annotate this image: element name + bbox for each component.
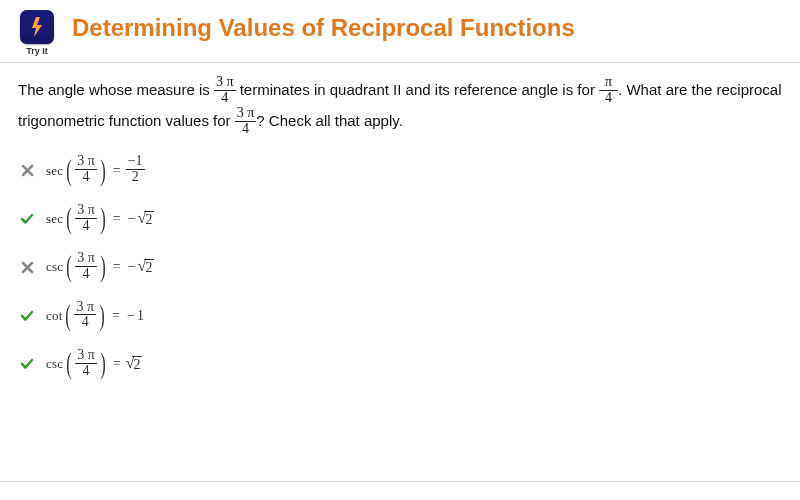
sqrt: √2 bbox=[138, 210, 155, 228]
tryit-icon bbox=[20, 10, 54, 44]
header: Try It Determining Values of Reciprocal … bbox=[0, 0, 800, 63]
fraction: 3 π4 bbox=[75, 348, 97, 378]
equals-sign: = bbox=[112, 308, 120, 324]
rhs: √2 bbox=[126, 355, 143, 373]
result-mark bbox=[18, 164, 36, 177]
q-text: trigonometric function values for bbox=[18, 112, 235, 129]
q-text: The angle whose measure is bbox=[18, 81, 214, 98]
function-name: sec bbox=[46, 211, 63, 227]
q-text: ? Check all that apply. bbox=[256, 112, 402, 129]
fraction: 3 π4 bbox=[235, 106, 257, 136]
equation: sec(3 π4)=−√2 bbox=[46, 204, 154, 234]
answer-option[interactable]: sec(3 π4)=−√2 bbox=[18, 204, 782, 234]
rhs: −12 bbox=[126, 155, 145, 185]
equation: csc(3 π4)=√2 bbox=[46, 349, 142, 379]
equation: sec(3 π4)=−12 bbox=[46, 155, 145, 185]
check-icon bbox=[20, 309, 34, 323]
rhs: −√2 bbox=[126, 210, 155, 228]
sqrt: √2 bbox=[138, 258, 155, 276]
tryit-block: Try It bbox=[20, 10, 54, 56]
check-icon bbox=[20, 357, 34, 371]
answer-option[interactable]: csc(3 π4)=√2 bbox=[18, 349, 782, 379]
sqrt: √2 bbox=[126, 355, 143, 373]
fraction: 3 π4 bbox=[75, 154, 97, 184]
function-name: csc bbox=[46, 356, 63, 372]
answer-option[interactable]: sec(3 π4)=−12 bbox=[18, 155, 782, 185]
content: The angle whose measure is 3 π4 terminat… bbox=[0, 63, 800, 409]
function-name: csc bbox=[46, 259, 63, 275]
question-text: The angle whose measure is 3 π4 terminat… bbox=[18, 75, 782, 137]
check-icon bbox=[20, 212, 34, 226]
q-text: . What are the reciprocal bbox=[618, 81, 781, 98]
rhs: −1 bbox=[125, 308, 144, 324]
fraction: 3 π4 bbox=[75, 203, 97, 233]
equals-sign: = bbox=[113, 259, 121, 275]
result-mark bbox=[18, 212, 36, 226]
result-mark bbox=[18, 357, 36, 371]
equals-sign: = bbox=[113, 356, 121, 372]
cross-icon bbox=[21, 261, 34, 274]
fraction: 3 π4 bbox=[214, 75, 236, 105]
equals-sign: = bbox=[113, 163, 121, 179]
answer-option[interactable]: csc(3 π4)=−√2 bbox=[18, 252, 782, 282]
q-text: terminates in quadrant II and its refere… bbox=[236, 81, 600, 98]
function-name: cot bbox=[46, 308, 62, 324]
fraction: 3 π4 bbox=[75, 251, 97, 281]
answer-options: sec(3 π4)=−12sec(3 π4)=−√2csc(3 π4)=−√2c… bbox=[18, 155, 782, 379]
tryit-label: Try It bbox=[26, 46, 48, 56]
fraction: −12 bbox=[126, 154, 145, 184]
result-mark bbox=[18, 309, 36, 323]
answer-option[interactable]: cot(3 π4)=−1 bbox=[18, 301, 782, 331]
fraction: 3 π4 bbox=[74, 300, 96, 330]
fraction: π4 bbox=[599, 75, 618, 105]
result-mark bbox=[18, 261, 36, 274]
page-title: Determining Values of Reciprocal Functio… bbox=[72, 14, 575, 42]
rhs: −√2 bbox=[126, 258, 155, 276]
equation: csc(3 π4)=−√2 bbox=[46, 252, 154, 282]
footer-divider bbox=[0, 481, 800, 482]
equation: cot(3 π4)=−1 bbox=[46, 301, 144, 331]
function-name: sec bbox=[46, 163, 63, 179]
equals-sign: = bbox=[113, 211, 121, 227]
cross-icon bbox=[21, 164, 34, 177]
